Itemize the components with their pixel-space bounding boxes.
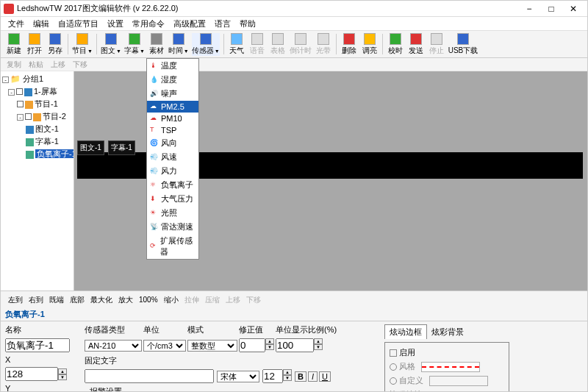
sensor-item-10[interactable]: ⬇大气压力 <box>147 192 198 206</box>
tb-material[interactable]: 素材 <box>148 33 165 56</box>
unit-label: 单位 <box>143 325 159 334</box>
tb-timesync[interactable]: 校时 <box>387 33 404 56</box>
sensor-item-11[interactable]: ☀光照 <box>147 206 198 220</box>
strip-tab-1[interactable]: 图文-1 <box>77 140 104 155</box>
enable-check[interactable] <box>390 349 397 357</box>
tb-save[interactable]: 另存 <box>46 33 64 56</box>
paste-button[interactable]: 粘贴 <box>29 60 43 70</box>
tree-prog1[interactable]: 节目-1 <box>35 99 58 108</box>
sensor-item-4[interactable]: ☁PM10 <box>147 113 198 124</box>
style-label: 风格 <box>399 361 415 372</box>
tb-bright[interactable]: 调亮 <box>361 33 379 56</box>
tree-screen[interactable]: 1-屏幕 <box>34 87 57 96</box>
style-preview[interactable] <box>421 362 480 372</box>
tree-img[interactable]: 图文-1 <box>35 124 59 133</box>
tb-light[interactable]: 光带 <box>315 33 332 56</box>
sensor-item-3[interactable]: ☁PM2.5 <box>147 101 198 113</box>
align-10: 上移 <box>226 295 240 305</box>
tb-open[interactable]: 打开 <box>26 33 43 56</box>
align-2[interactable]: 既端 <box>49 295 64 305</box>
tb-stop[interactable]: 停止 <box>428 33 445 56</box>
tree-prog2[interactable]: 节目-2 <box>43 112 66 121</box>
sensor-item-6[interactable]: 🌀风向 <box>147 136 198 150</box>
sensor-item-13[interactable]: ⟳扩展传感器 <box>147 234 198 259</box>
tb-weather[interactable]: 天气 <box>228 33 245 56</box>
sensor-item-2[interactable]: 🔊噪声 <box>147 87 198 101</box>
tb-countdown[interactable]: 倒计时 <box>290 33 312 56</box>
corr-input[interactable] <box>239 338 265 352</box>
program-tree[interactable]: -📁 分组1 -1-屏幕 节目-1 -节目-2 图文-1 字幕-1 负氧离子-1 <box>1 71 74 291</box>
tb-sensor[interactable]: 传感器▼ <box>192 33 220 56</box>
movedown-button[interactable]: 下移 <box>73 60 87 70</box>
tab-border[interactable]: 炫动边框 <box>384 324 427 339</box>
menu-language[interactable]: 语言 <box>210 17 235 30</box>
custom-radio[interactable] <box>390 377 397 385</box>
ratio-input[interactable] <box>276 338 314 352</box>
align-8: 拉伸 <box>184 295 199 305</box>
alarm-fieldset: 报警设置 组数 颜色 阈值 颜色 ▲▼ ▲▼ < <box>85 386 379 392</box>
fixedtext-input[interactable] <box>85 369 214 383</box>
bold-button[interactable]: B <box>295 371 306 382</box>
align-7[interactable]: 缩小 <box>164 295 179 305</box>
font-select[interactable]: 宋体 <box>217 371 259 382</box>
copy-button[interactable]: 复制 <box>7 60 21 70</box>
tb-subtitle[interactable]: 字幕▼ <box>124 33 145 56</box>
sensor-item-12[interactable]: 📡雷达测速 <box>147 220 198 234</box>
corr-label: 修正值 <box>239 325 263 334</box>
tree-negion[interactable]: 负氧离子-1 <box>35 149 74 158</box>
name-input[interactable] <box>5 338 70 352</box>
tb-new[interactable]: 新建 <box>5 33 23 56</box>
tb-voice[interactable]: 语音 <box>248 33 266 56</box>
tb-prog[interactable]: 节目▼ <box>72 33 93 56</box>
align-1[interactable]: 右到 <box>29 295 43 305</box>
align-5[interactable]: 放大 <box>118 295 133 305</box>
tab-bg[interactable]: 炫彩背景 <box>427 325 468 339</box>
menu-adaptive[interactable]: 自适应节目 <box>54 17 103 30</box>
menu-advanced[interactable]: 高级配置 <box>169 17 210 30</box>
maximize-button[interactable]: □ <box>540 1 562 16</box>
sensor-item-1[interactable]: 💧湿度 <box>147 73 198 87</box>
sensor-dropdown[interactable]: 🌡温度💧湿度🔊噪声☁PM2.5☁PM10TTSP🌀风向💨风速💨风力⚛负氧离子⬇大… <box>146 58 199 260</box>
moveup-button[interactable]: 上移 <box>51 60 65 70</box>
close-button[interactable]: ✕ <box>562 1 584 16</box>
x-down[interactable]: ▼ <box>58 374 67 380</box>
align-6[interactable]: 100% <box>139 296 158 304</box>
menu-help[interactable]: 帮助 <box>235 17 260 30</box>
tb-table[interactable]: 表格 <box>269 33 287 56</box>
sensor-item-9[interactable]: ⚛负氧离子 <box>147 178 198 192</box>
underline-button[interactable]: U <box>319 371 331 382</box>
strip-tab-2[interactable]: 字幕-1 <box>108 140 135 155</box>
sensor-type-select[interactable]: AN-210 <box>85 340 142 352</box>
x-up[interactable]: ▲ <box>58 368 67 374</box>
sensor-item-0[interactable]: 🌡温度 <box>147 59 198 73</box>
mode-label: 模式 <box>187 325 204 334</box>
x-input[interactable] <box>5 367 58 381</box>
tb-send[interactable]: 发送 <box>407 33 425 56</box>
align-0[interactable]: 左到 <box>8 295 23 305</box>
menu-settings[interactable]: 设置 <box>103 17 128 30</box>
tb-imgtxt[interactable]: 图文▼ <box>101 33 121 56</box>
menu-file[interactable]: 文件 <box>4 17 29 30</box>
custom-browse[interactable] <box>429 376 488 386</box>
main-toolbar: 新建打开另存节目▼图文▼字幕▼素材时间▼传感器▼天气语音表格倒计时光带删除调亮校… <box>1 30 587 58</box>
tree-group[interactable]: 分组1 <box>23 74 43 83</box>
tb-time[interactable]: 时间▼ <box>168 33 189 56</box>
style-radio[interactable] <box>390 363 397 371</box>
sensor-item-7[interactable]: 💨风速 <box>147 150 198 164</box>
menu-edit[interactable]: 编辑 <box>29 17 54 30</box>
sensor-item-8[interactable]: 💨风力 <box>147 164 198 178</box>
align-4[interactable]: 最大化 <box>90 295 112 305</box>
menu-common[interactable]: 常用命令 <box>128 17 169 30</box>
enable-label: 启用 <box>399 347 415 358</box>
italic-button[interactable]: I <box>308 371 318 382</box>
tree-sub[interactable]: 字幕-1 <box>35 137 59 146</box>
custom-label: 自定义 <box>399 375 423 386</box>
align-3[interactable]: 底部 <box>70 295 85 305</box>
unit-select[interactable]: 个/cm3 <box>143 340 186 352</box>
mode-select[interactable]: 整数型 <box>187 340 237 352</box>
sensor-item-5[interactable]: TTSP <box>147 124 198 136</box>
minimize-button[interactable]: − <box>518 1 540 16</box>
size-input[interactable] <box>262 369 283 383</box>
tb-usb[interactable]: USB下载 <box>448 33 478 56</box>
tb-delete[interactable]: 删除 <box>340 33 358 56</box>
